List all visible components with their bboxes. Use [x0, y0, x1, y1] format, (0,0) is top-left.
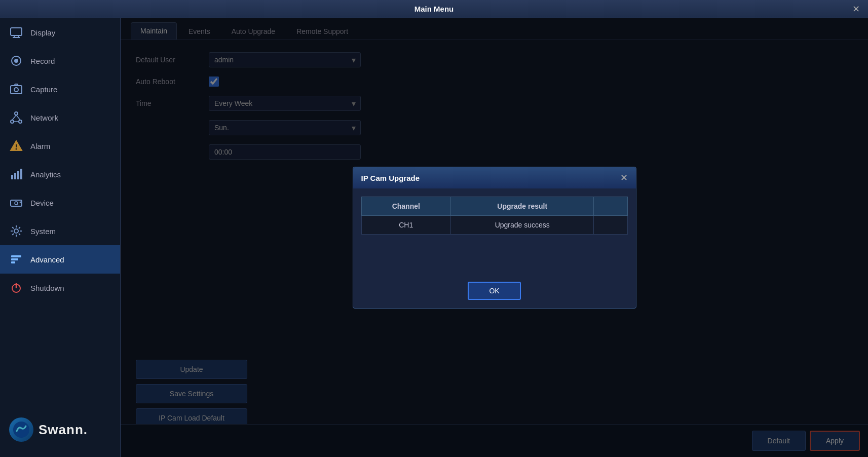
modal-title: IP Cam Upgrade [361, 174, 420, 182]
system-icon [9, 224, 23, 238]
svg-rect-0 [11, 28, 22, 35]
window-close-button[interactable]: ✕ [849, 3, 863, 16]
svg-point-30 [13, 422, 29, 438]
svg-rect-19 [17, 171, 19, 179]
sidebar-item-label: System [30, 227, 56, 236]
analytics-icon [9, 167, 23, 181]
modal-footer: OK [353, 274, 636, 308]
sidebar-logo: Swann. [0, 407, 120, 457]
modal-title-bar: IP Cam Upgrade ✕ [353, 167, 636, 188]
sidebar-item-record[interactable]: Record [0, 47, 120, 75]
svg-rect-17 [11, 175, 13, 179]
sidebar-item-device[interactable]: Device [0, 188, 120, 217]
cell-extra [594, 216, 627, 235]
svg-rect-20 [20, 169, 22, 179]
sidebar-item-capture[interactable]: Capture [0, 75, 120, 103]
main-layout: Display Record Capture [0, 18, 868, 457]
sidebar-item-label: Shutdown [30, 284, 64, 292]
sidebar-item-label: Device [30, 199, 54, 207]
modal-ok-button[interactable]: OK [468, 282, 520, 300]
sidebar-item-label: Record [30, 57, 55, 65]
svg-rect-27 [11, 261, 15, 263]
cell-channel: CH1 [361, 216, 451, 235]
col-channel: Channel [361, 197, 451, 216]
cell-result: Upgrade success [451, 216, 594, 235]
swann-logo-text: Swann. [39, 422, 88, 438]
capture-icon [9, 82, 23, 96]
table-row: CH1 Upgrade success [361, 216, 627, 235]
sidebar-item-label: Capture [30, 85, 57, 94]
shutdown-icon [9, 281, 23, 295]
content-area: Maintain Events Auto Upgrade Remote Supp… [121, 18, 868, 457]
alarm-icon [9, 139, 23, 153]
modal-overlay: IP Cam Upgrade ✕ Channel Upgrade result [121, 18, 868, 457]
svg-point-10 [19, 120, 22, 123]
network-icon [9, 110, 23, 125]
sidebar-item-label: Network [30, 113, 58, 122]
display-icon [9, 25, 23, 40]
swann-logo-icon [9, 417, 33, 442]
modal-table-header-row: Channel Upgrade result [361, 197, 627, 216]
sidebar-item-label: Display [30, 28, 55, 37]
sidebar-item-analytics[interactable]: Analytics [0, 160, 120, 188]
svg-rect-26 [11, 258, 18, 260]
svg-point-16 [16, 148, 17, 150]
device-icon [9, 196, 23, 210]
title-bar: Main Menu ✕ [0, 0, 868, 18]
sidebar-item-advanced[interactable]: Advanced [0, 245, 120, 274]
svg-point-24 [14, 229, 18, 233]
sidebar-item-label: Analytics [30, 170, 61, 179]
svg-rect-25 [11, 255, 21, 257]
record-icon [9, 54, 23, 68]
svg-line-12 [16, 115, 20, 120]
svg-point-23 [20, 202, 21, 203]
svg-line-11 [12, 115, 16, 120]
svg-point-9 [11, 120, 14, 123]
col-upgrade-result: Upgrade result [451, 197, 594, 216]
ip-cam-upgrade-modal: IP Cam Upgrade ✕ Channel Upgrade result [353, 167, 636, 309]
svg-rect-18 [14, 173, 16, 179]
modal-close-button[interactable]: ✕ [620, 172, 628, 183]
sidebar-item-display[interactable]: Display [0, 18, 120, 47]
sidebar-item-label: Advanced [30, 255, 64, 264]
svg-point-8 [15, 112, 18, 115]
sidebar-item-alarm[interactable]: Alarm [0, 132, 120, 160]
sidebar-item-network[interactable]: Network [0, 103, 120, 132]
svg-rect-6 [11, 86, 22, 94]
svg-point-5 [14, 59, 18, 63]
svg-point-7 [14, 88, 18, 92]
sidebar: Display Record Capture [0, 18, 121, 457]
advanced-icon [9, 252, 23, 266]
window-title: Main Menu [414, 5, 454, 13]
sidebar-item-shutdown[interactable]: Shutdown [0, 274, 120, 302]
modal-body: Channel Upgrade result CH1 Upgrade succe… [353, 188, 636, 274]
sidebar-item-label: Alarm [30, 142, 50, 150]
svg-point-22 [15, 202, 18, 205]
svg-rect-21 [11, 200, 22, 206]
col-extra [594, 197, 627, 216]
modal-table: Channel Upgrade result CH1 Upgrade succe… [361, 197, 628, 235]
sidebar-item-system[interactable]: System [0, 217, 120, 245]
